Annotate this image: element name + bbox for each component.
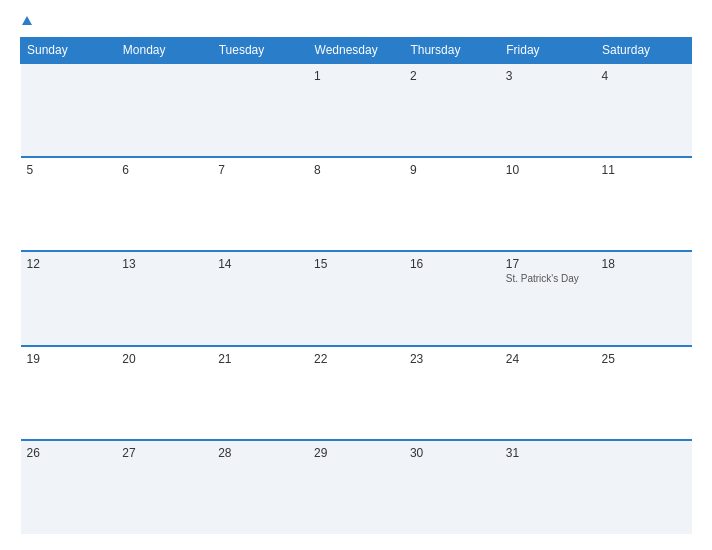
- day-cell: 12: [21, 251, 117, 345]
- day-number: 2: [410, 69, 494, 83]
- day-cell: 13: [116, 251, 212, 345]
- day-number: 17: [506, 257, 590, 271]
- week-row-1: 1234: [21, 63, 692, 157]
- day-cell: 8: [308, 157, 404, 251]
- calendar-table: SundayMondayTuesdayWednesdayThursdayFrid…: [20, 37, 692, 534]
- week-row-5: 262728293031: [21, 440, 692, 534]
- day-number: 18: [602, 257, 686, 271]
- day-number: 11: [602, 163, 686, 177]
- day-number: 27: [122, 446, 206, 460]
- day-cell: 22: [308, 346, 404, 440]
- day-number: 16: [410, 257, 494, 271]
- event-label: St. Patrick's Day: [506, 273, 590, 284]
- day-cell: [21, 63, 117, 157]
- day-cell: 28: [212, 440, 308, 534]
- day-number: 20: [122, 352, 206, 366]
- day-number: 3: [506, 69, 590, 83]
- day-number: 30: [410, 446, 494, 460]
- day-cell: 26: [21, 440, 117, 534]
- weekday-header-sunday: Sunday: [21, 38, 117, 64]
- day-cell: 17St. Patrick's Day: [500, 251, 596, 345]
- day-number: 10: [506, 163, 590, 177]
- weekday-header-thursday: Thursday: [404, 38, 500, 64]
- day-number: 23: [410, 352, 494, 366]
- day-cell: [116, 63, 212, 157]
- day-cell: 14: [212, 251, 308, 345]
- day-cell: 3: [500, 63, 596, 157]
- weekday-header-wednesday: Wednesday: [308, 38, 404, 64]
- day-cell: 5: [21, 157, 117, 251]
- day-number: 5: [27, 163, 111, 177]
- day-cell: 10: [500, 157, 596, 251]
- week-row-3: 121314151617St. Patrick's Day18: [21, 251, 692, 345]
- day-number: 7: [218, 163, 302, 177]
- week-row-4: 19202122232425: [21, 346, 692, 440]
- day-cell: 27: [116, 440, 212, 534]
- day-cell: 15: [308, 251, 404, 345]
- day-cell: 31: [500, 440, 596, 534]
- day-number: 28: [218, 446, 302, 460]
- day-number: 8: [314, 163, 398, 177]
- day-cell: 6: [116, 157, 212, 251]
- day-cell: 23: [404, 346, 500, 440]
- day-cell: 2: [404, 63, 500, 157]
- day-cell: 30: [404, 440, 500, 534]
- day-number: 19: [27, 352, 111, 366]
- day-number: 15: [314, 257, 398, 271]
- day-cell: 24: [500, 346, 596, 440]
- day-number: 29: [314, 446, 398, 460]
- day-cell: 18: [596, 251, 692, 345]
- logo-triangle-icon: [22, 16, 32, 25]
- day-cell: 19: [21, 346, 117, 440]
- day-cell: [212, 63, 308, 157]
- day-number: 13: [122, 257, 206, 271]
- weekday-header-row: SundayMondayTuesdayWednesdayThursdayFrid…: [21, 38, 692, 64]
- weekday-header-friday: Friday: [500, 38, 596, 64]
- day-cell: 29: [308, 440, 404, 534]
- day-number: 14: [218, 257, 302, 271]
- day-cell: 9: [404, 157, 500, 251]
- day-cell: 11: [596, 157, 692, 251]
- day-number: 9: [410, 163, 494, 177]
- day-number: 6: [122, 163, 206, 177]
- day-number: 21: [218, 352, 302, 366]
- day-cell: 21: [212, 346, 308, 440]
- day-number: 24: [506, 352, 590, 366]
- logo: [20, 16, 32, 25]
- day-cell: 16: [404, 251, 500, 345]
- day-cell: 4: [596, 63, 692, 157]
- day-number: 4: [602, 69, 686, 83]
- weekday-header-monday: Monday: [116, 38, 212, 64]
- day-number: 26: [27, 446, 111, 460]
- day-number: 22: [314, 352, 398, 366]
- calendar-header: [20, 16, 692, 25]
- day-cell: 7: [212, 157, 308, 251]
- day-number: 31: [506, 446, 590, 460]
- day-cell: 1: [308, 63, 404, 157]
- week-row-2: 567891011: [21, 157, 692, 251]
- day-cell: 25: [596, 346, 692, 440]
- weekday-header-tuesday: Tuesday: [212, 38, 308, 64]
- day-number: 25: [602, 352, 686, 366]
- day-cell: [596, 440, 692, 534]
- day-number: 1: [314, 69, 398, 83]
- weekday-header-saturday: Saturday: [596, 38, 692, 64]
- day-number: 12: [27, 257, 111, 271]
- day-cell: 20: [116, 346, 212, 440]
